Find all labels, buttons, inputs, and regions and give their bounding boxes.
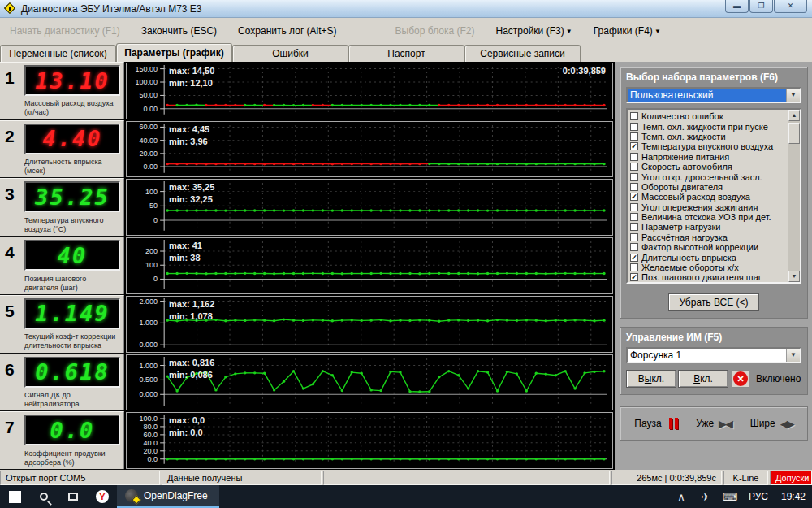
menu-item-4[interactable]: Настройки (F3) ▼ — [495, 25, 572, 37]
narrower-button[interactable]: Уже ▶◀ — [696, 418, 732, 430]
param-check-item-15[interactable]: Желаемые обороты х/х — [630, 263, 788, 272]
tab-0[interactable]: Переменные (список) — [0, 45, 116, 62]
status-timing: 265мс | 0:0:39,859с — [611, 471, 722, 485]
close-button[interactable]: ✕ — [774, 0, 807, 13]
off-button[interactable]: Выкл. — [626, 370, 676, 388]
checkbox-icon[interactable] — [630, 213, 638, 221]
param-check-item-1[interactable]: Темп. охл. жидкости при пуске — [630, 121, 788, 131]
tray-chevron-icon[interactable]: ∧ — [669, 485, 693, 508]
chart-panel-1: 150.00100.0050.000.00max: 14,50min: 12,1… — [126, 63, 613, 119]
keyboard-icon[interactable]: ⌨ — [718, 485, 742, 508]
scroll-down-icon[interactable]: ▼ — [788, 271, 800, 282]
scroll-up-icon[interactable]: ▲ — [788, 110, 800, 121]
clear-all-button[interactable]: Убрать ВСЕ (<) — [668, 293, 758, 311]
on-button[interactable]: Вкл. — [678, 370, 728, 388]
led-display: 0.618 — [24, 357, 120, 388]
menu-bar: Начать диагностику (F1)Закончить (ESC)Со… — [0, 18, 812, 43]
checkbox-checked-icon[interactable]: ✓ — [630, 193, 638, 201]
opendiag-taskbar-button[interactable]: OpenDiagFree — [117, 485, 219, 508]
chart-minmax-label: max: 1,162min: 1,078 — [169, 298, 214, 323]
checkbox-icon[interactable] — [630, 183, 638, 191]
checkbox-icon[interactable] — [630, 233, 638, 241]
gauge-caption: Температура впускного воздуха (°С) — [24, 214, 120, 235]
param-check-item-6[interactable]: Угол откр. дроссельной засл. — [630, 172, 788, 181]
param-check-item-5[interactable]: Скорость автомобиля — [630, 162, 788, 172]
airplane-mode-icon[interactable]: ✈ — [693, 485, 718, 508]
param-check-item-3[interactable]: ✓Температура впускного воздуха — [630, 141, 788, 151]
maximize-button[interactable]: ❐ — [749, 0, 773, 13]
param-set-combobox[interactable]: Пользовательский ▼ — [626, 87, 801, 103]
chart-panel-2: 60.0040.0020.000.00max: 4,45min: 3,96 — [126, 121, 613, 178]
menu-item-5[interactable]: Графики (F4) ▼ — [594, 25, 661, 37]
stop-button[interactable]: ✕ — [732, 370, 749, 388]
search-button[interactable] — [29, 485, 58, 508]
clock[interactable]: 19:42 — [781, 491, 806, 502]
param-check-item-10[interactable]: Величина отскока УОЗ при дет. — [630, 212, 788, 222]
checkbox-icon[interactable] — [630, 223, 638, 231]
checkbox-checked-icon[interactable]: ✓ — [630, 142, 638, 150]
checkbox-icon[interactable] — [630, 123, 638, 131]
tab-2[interactable]: Ошибки — [232, 45, 348, 62]
gauge-column: 113.10Массовый расход воздуха (кг/час)24… — [0, 62, 124, 470]
actuator-combobox[interactable]: Форсунка 1 ▼ — [626, 347, 801, 363]
param-check-item-12[interactable]: Рассчётная нагрузка — [630, 232, 788, 242]
chart-column: 150.00100.0050.000.00max: 14,50min: 12,1… — [124, 62, 615, 470]
checkbox-icon[interactable] — [630, 243, 638, 251]
checkbox-icon[interactable] — [630, 163, 638, 171]
param-check-item-8[interactable]: ✓Массовый расход воздуха — [630, 192, 788, 202]
checkbox-icon[interactable] — [630, 263, 638, 271]
param-check-label: Обороты двигателя — [641, 182, 723, 192]
param-check-label: Количество ошибок — [641, 111, 723, 121]
param-check-item-16[interactable]: ✓Поз. шагового двигателя шаг — [630, 272, 788, 282]
checkbox-icon[interactable] — [630, 153, 638, 161]
app-icon — [4, 2, 16, 15]
param-check-label: Напряжение питания — [641, 152, 729, 162]
yandex-browser-button[interactable]: Y — [88, 485, 117, 508]
param-check-item-14[interactable]: ✓Длительность впрыска — [630, 252, 788, 262]
gauge-row-7: 70.0Коэффициент продувки адсорбера (%) — [0, 411, 124, 469]
param-check-label: Поз. шагового двигателя шаг — [641, 272, 762, 282]
param-check-label: Температура впускного воздуха — [641, 141, 773, 151]
gauge-row-3: 335.25Температура впускного воздуха (°С) — [0, 178, 124, 236]
app-window: Диагностика ЭБУ Итэлма/Автэл М73 Е3 ▬ ❐ … — [0, 0, 812, 508]
checkbox-checked-icon[interactable]: ✓ — [630, 254, 638, 262]
language-indicator[interactable]: РУС — [749, 491, 768, 502]
checkbox-icon[interactable] — [630, 112, 638, 120]
tab-4[interactable]: Сервисные записи — [464, 45, 581, 62]
param-check-item-0[interactable]: Количество ошибок — [630, 111, 788, 121]
status-filler — [323, 471, 610, 485]
param-check-item-13[interactable]: Фактор высотной коррекции — [630, 242, 788, 252]
main-content: 113.10Массовый расход воздуха (кг/час)24… — [0, 62, 812, 470]
param-check-item-7[interactable]: Обороты двигателя — [630, 182, 788, 192]
menu-item-2[interactable]: Сохранить лог (Alt+S) — [238, 25, 337, 37]
checkbox-checked-icon[interactable]: ✓ — [630, 273, 638, 281]
task-view-button[interactable] — [58, 485, 88, 508]
led-value: 35.25 — [35, 186, 109, 208]
tab-1[interactable]: Параметры (график) — [116, 43, 232, 62]
param-check-item-4[interactable]: Напряжение питания — [630, 152, 788, 162]
actuator-value: Форсунка 1 — [628, 349, 786, 362]
led-value: 13.10 — [35, 70, 109, 92]
checkbox-icon[interactable] — [630, 132, 638, 141]
gauge-number: 7 — [3, 415, 24, 446]
chart-time-label: 0:0:39,859 — [563, 66, 606, 76]
start-button[interactable] — [0, 485, 29, 508]
scrollbar-track[interactable] — [788, 121, 800, 271]
pause-button[interactable]: Пауза — [634, 418, 677, 429]
wider-button[interactable]: Шире ◀▶ — [750, 418, 793, 430]
menu-item-1[interactable]: Закончить (ESC) — [141, 25, 217, 37]
tab-3[interactable]: Паспорт — [348, 45, 464, 62]
param-check-label: Темп. охл. жидкости при пуске — [641, 122, 768, 132]
minimize-button[interactable]: ▬ — [725, 0, 749, 13]
param-check-item-11[interactable]: Параметр нагрузки — [630, 222, 788, 232]
pause-label: Пауза — [634, 418, 661, 429]
chevron-down-icon[interactable]: ▼ — [786, 89, 800, 102]
param-check-item-2[interactable]: Темп. охл. жидкости — [630, 132, 788, 141]
chevron-down-icon[interactable]: ▼ — [786, 349, 800, 362]
param-list-scrollbar[interactable]: ▲ ▼ — [788, 110, 800, 282]
checkbox-icon[interactable] — [630, 173, 638, 181]
scrollbar-thumb[interactable] — [788, 123, 800, 144]
checkbox-icon[interactable] — [630, 203, 638, 211]
status-dopuski-badge[interactable]: Допуски — [770, 471, 812, 485]
param-check-item-9[interactable]: Угол опережения зажигания — [630, 202, 788, 212]
